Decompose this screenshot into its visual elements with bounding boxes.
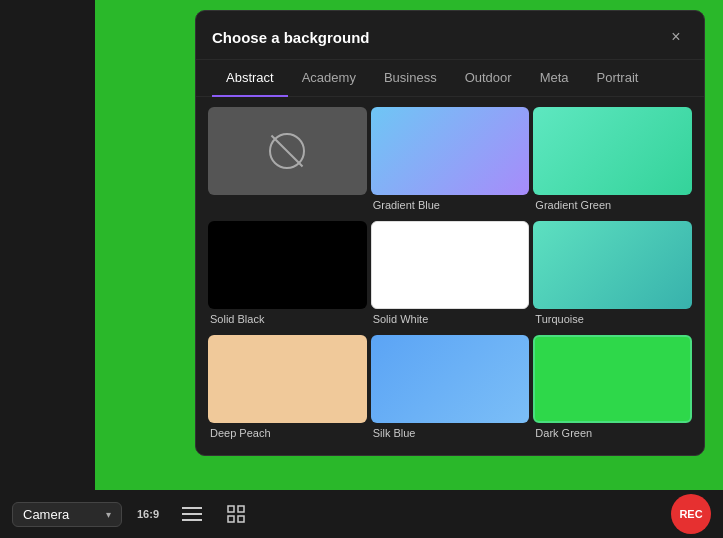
solid-white-label: Solid White	[371, 313, 530, 331]
ratio-label: 16:9	[137, 508, 159, 520]
turquoise-label: Turquoise	[533, 313, 692, 331]
solid-white-thumb	[371, 221, 530, 309]
tabs-bar: Abstract Academy Business Outdoor Meta P…	[196, 60, 704, 97]
rec-label: REC	[679, 508, 702, 520]
background-dark-green[interactable]: Dark Green	[533, 335, 692, 445]
background-none[interactable]	[208, 107, 367, 217]
close-button[interactable]: ×	[664, 25, 688, 49]
background-gradient-green[interactable]: Gradient Green	[533, 107, 692, 217]
tab-outdoor[interactable]: Outdoor	[451, 60, 526, 97]
gradient-blue-thumb	[371, 107, 530, 195]
stripes-icon-button[interactable]	[174, 498, 210, 530]
grid-icon-button[interactable]	[218, 498, 254, 530]
choose-background-dialog: Choose a background × Abstract Academy B…	[195, 10, 705, 456]
solid-black-thumb	[208, 221, 367, 309]
turquoise-thumb	[533, 221, 692, 309]
dialog-header: Choose a background ×	[196, 11, 704, 60]
chevron-down-icon: ▾	[106, 509, 111, 520]
dark-sidebar	[0, 0, 95, 490]
background-gradient-blue[interactable]: Gradient Blue	[371, 107, 530, 217]
stripes-icon	[182, 506, 202, 522]
tab-portrait[interactable]: Portrait	[583, 60, 653, 97]
silk-blue-label: Silk Blue	[371, 427, 530, 445]
tab-business[interactable]: Business	[370, 60, 451, 97]
gradient-blue-label: Gradient Blue	[371, 199, 530, 217]
solid-black-label: Solid Black	[208, 313, 367, 331]
grid-icon	[227, 505, 245, 523]
camera-dropdown[interactable]: Camera ▾	[12, 502, 122, 527]
ratio-button[interactable]: 16:9	[130, 498, 166, 530]
background-turquoise[interactable]: Turquoise	[533, 221, 692, 331]
gradient-green-label: Gradient Green	[533, 199, 692, 217]
rec-button[interactable]: REC	[671, 494, 711, 534]
silk-blue-thumb	[371, 335, 530, 423]
deep-peach-label: Deep Peach	[208, 427, 367, 445]
background-deep-peach[interactable]: Deep Peach	[208, 335, 367, 445]
none-label	[208, 199, 367, 205]
tab-academy[interactable]: Academy	[288, 60, 370, 97]
backgrounds-grid: Gradient Blue Gradient Green Solid Black…	[196, 97, 704, 455]
svg-rect-4	[238, 506, 244, 512]
none-thumb	[208, 107, 367, 195]
gradient-green-thumb	[533, 107, 692, 195]
none-icon	[269, 133, 305, 169]
tab-abstract[interactable]: Abstract	[212, 60, 288, 97]
background-silk-blue[interactable]: Silk Blue	[371, 335, 530, 445]
deep-peach-thumb	[208, 335, 367, 423]
svg-rect-3	[228, 506, 234, 512]
dark-green-label: Dark Green	[533, 427, 692, 445]
svg-rect-6	[238, 516, 244, 522]
svg-rect-5	[228, 516, 234, 522]
background-solid-black[interactable]: Solid Black	[208, 221, 367, 331]
tab-meta[interactable]: Meta	[526, 60, 583, 97]
background-solid-white[interactable]: Solid White	[371, 221, 530, 331]
dialog-title: Choose a background	[212, 29, 664, 46]
camera-label: Camera	[23, 507, 69, 522]
bottom-bar: Camera ▾ 16:9 REC	[0, 490, 723, 538]
dark-green-thumb	[533, 335, 692, 423]
